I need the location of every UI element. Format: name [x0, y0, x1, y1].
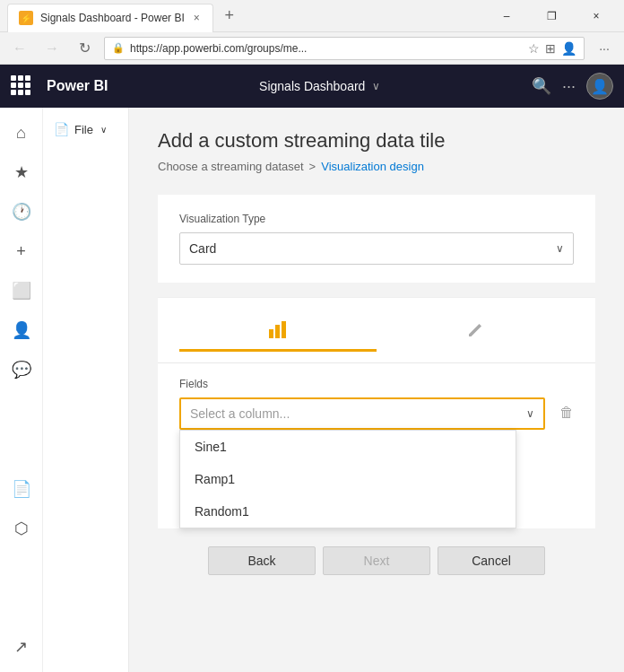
user-avatar[interactable]: 👤 — [586, 73, 613, 100]
address-bar-row: ← → ↻ 🔒 https://app.powerbi.com/groups/m… — [0, 32, 624, 65]
viz-type-chevron-icon: ∨ — [556, 242, 564, 255]
tab-edit-button[interactable] — [377, 309, 574, 352]
svg-rect-1 — [275, 325, 280, 338]
tab-icons-row — [158, 297, 595, 363]
close-button[interactable]: × — [576, 2, 617, 31]
viz-type-value: Card — [189, 241, 556, 256]
column-select-dropdown[interactable]: Select a column... ∨ — [179, 397, 545, 430]
fields-label: Fields — [179, 378, 574, 390]
sidebar-item-apps[interactable]: ⬜ — [4, 273, 39, 309]
sidebar-item-favorites[interactable]: ★ — [4, 154, 39, 190]
top-navigation: Power BI Signals Dashboard ∨ 🔍 ··· 👤 — [0, 65, 624, 108]
sidebar-item-expand[interactable]: ↗ — [4, 629, 39, 665]
back-nav-button[interactable]: ← — [7, 36, 32, 61]
sidebar-item-workspaces[interactable]: 💬 — [4, 352, 39, 388]
refresh-nav-button[interactable]: ↻ — [72, 36, 97, 61]
fields-row: Select a column... ∨ Sine1 Ramp1 Random1… — [179, 397, 574, 430]
sidebar-item-create[interactable]: + — [4, 233, 39, 269]
tab-favicon: ⚡ — [19, 11, 33, 25]
browser-toolbar: ··· — [592, 36, 617, 61]
more-options-icon[interactable]: ··· — [562, 77, 576, 96]
content-area: Add a custom streaming data tile Choose … — [129, 108, 624, 672]
column-chevron-icon: ∨ — [526, 407, 534, 420]
app-container: Power BI Signals Dashboard ∨ 🔍 ··· 👤 ⌂ ★… — [0, 65, 624, 672]
footer-buttons: Back Next Cancel — [158, 528, 595, 593]
file-label: File — [74, 123, 93, 136]
active-tab[interactable]: ⚡ Signals Dashboard - Power BI × — [7, 4, 213, 32]
dashboard-title: Signals Dashboard — [259, 79, 365, 93]
sidebar-item-shared[interactable]: 👤 — [4, 312, 39, 348]
browser-titlebar: ⚡ Signals Dashboard - Power BI × + – ❐ × — [0, 0, 624, 32]
cancel-button[interactable]: Cancel — [438, 546, 545, 575]
person-icon[interactable]: 👤 — [561, 41, 576, 56]
svg-rect-2 — [282, 321, 286, 338]
tab-title: Signals Dashboard - Power BI — [40, 12, 185, 24]
brand-logo: Power BI — [47, 78, 108, 94]
sidebar-item-home[interactable]: ⌂ — [4, 115, 39, 151]
breadcrumb-step1: Choose a streaming dataset — [158, 160, 304, 173]
back-button[interactable]: Back — [208, 546, 316, 575]
star-icon[interactable]: ☆ — [528, 41, 540, 56]
icon-sidebar: ⌂ ★ 🕐 + ⬜ 👤 💬 📄 ⬡ ↗ — [0, 108, 43, 672]
address-bar[interactable]: 🔒 https://app.powerbi.com/groups/me... ☆… — [104, 37, 585, 60]
url-text: https://app.powerbi.com/groups/me... — [130, 42, 523, 55]
collection-icon[interactable]: ⊞ — [545, 41, 556, 56]
file-sidebar: 📄 File ∨ — [43, 108, 129, 672]
dropdown-item-ramp1[interactable]: Ramp1 — [180, 463, 516, 495]
window-controls: – ❐ × — [486, 2, 617, 31]
dashboard-title-area: Signals Dashboard ∨ — [118, 79, 521, 93]
delete-field-icon[interactable]: 🗑 — [559, 405, 574, 421]
sidebar-item-learn[interactable]: 📄 — [4, 471, 39, 507]
lock-icon: 🔒 — [112, 42, 125, 54]
tab-close-button[interactable]: × — [192, 10, 202, 26]
dropdown-item-sine1[interactable]: Sine1 — [180, 431, 516, 463]
next-button[interactable]: Next — [323, 546, 430, 575]
new-tab-button[interactable]: + — [217, 4, 242, 29]
topnav-right-actions: 🔍 ··· 👤 — [532, 73, 613, 100]
page-title: Add a custom streaming data tile — [158, 129, 595, 153]
browser-tabs: ⚡ Signals Dashboard - Power BI × + — [7, 0, 242, 32]
column-dropdown-list: Sine1 Ramp1 Random1 — [179, 430, 516, 528]
search-icon[interactable]: 🔍 — [532, 76, 551, 96]
viz-type-dropdown[interactable]: Card ∨ — [179, 232, 574, 265]
forward-nav-button[interactable]: → — [39, 36, 65, 61]
tab-chart-button[interactable] — [179, 309, 377, 352]
file-menu-button[interactable]: 📄 File ∨ — [43, 115, 128, 144]
viz-type-label: Visualization Type — [179, 213, 574, 225]
sidebar-item-recent[interactable]: 🕐 — [4, 194, 39, 230]
file-chevron-icon: ∨ — [100, 125, 107, 135]
main-layout: ⌂ ★ 🕐 + ⬜ 👤 💬 📄 ⬡ ↗ 📄 File ∨ Add a custo… — [0, 108, 624, 672]
file-icon: 📄 — [54, 122, 69, 136]
column-placeholder: Select a column... — [190, 406, 526, 421]
address-bar-icons: ☆ ⊞ 👤 — [528, 41, 576, 56]
svg-rect-0 — [269, 329, 273, 338]
sidebar-item-dataflows[interactable]: ⬡ — [4, 511, 39, 546]
breadcrumb-separator: > — [309, 160, 316, 173]
dashboard-chevron-icon[interactable]: ∨ — [372, 80, 380, 92]
column-dropdown-wrapper: Select a column... ∨ Sine1 Ramp1 Random1 — [179, 397, 545, 430]
viz-type-card: Visualization Type Card ∨ — [158, 195, 595, 283]
toolbar-more-button[interactable]: ··· — [592, 36, 617, 61]
dropdown-item-random1[interactable]: Random1 — [180, 495, 516, 528]
fields-section: Fields Select a column... ∨ Sine1 Ramp1 … — [158, 363, 595, 528]
apps-grid-icon[interactable] — [11, 75, 32, 97]
restore-button[interactable]: ❐ — [531, 2, 572, 31]
breadcrumb: Choose a streaming dataset > Visualizati… — [158, 160, 595, 173]
breadcrumb-step2[interactable]: Visualization design — [321, 160, 424, 173]
minimize-button[interactable]: – — [486, 2, 527, 31]
